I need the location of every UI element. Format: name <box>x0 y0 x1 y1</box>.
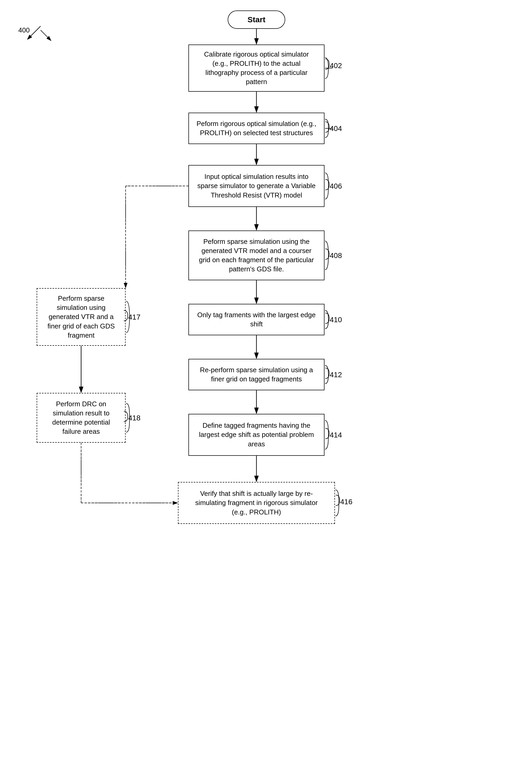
box-402: Calibrate rigorous optical simulator(e.g… <box>188 44 324 92</box>
start-box: Start <box>228 10 285 29</box>
box-412: Re-perform sparse simulation using afine… <box>188 359 324 390</box>
svg-line-17 <box>27 26 41 39</box>
box-404: Peform rigorous optical simulation (e.g.… <box>188 113 324 144</box>
box-417: Perform sparsesimulation usinggenerated … <box>37 288 126 346</box>
box-414-text: Define tagged fragments having thelarges… <box>199 421 314 448</box>
box-408-text: Peform sparse simulation using thegenera… <box>199 237 314 274</box>
start-label: Start <box>248 14 265 25</box>
box-412-text: Re-perform sparse simulation using afine… <box>200 365 313 384</box>
figure-arrow <box>17 22 48 43</box>
flowchart-diagram: 400 Start Calibrate rigorous optical sim… <box>0 0 532 768</box>
box-410: Only tag framents with the largest edges… <box>188 304 324 335</box>
box-408: Peform sparse simulation using thegenera… <box>188 231 324 280</box>
box-410-text: Only tag framents with the largest edges… <box>197 310 316 329</box>
box-416: Verify that shift is actually large by r… <box>178 482 335 524</box>
box-406: Input optical simulation results intospa… <box>188 165 324 207</box>
box-418: Perform DRC onsimulation result todeterm… <box>37 393 126 443</box>
box-402-text: Calibrate rigorous optical simulator(e.g… <box>204 50 309 86</box>
box-418-text: Perform DRC onsimulation result todeterm… <box>52 399 110 436</box>
box-406-text: Input optical simulation results intospa… <box>197 172 316 200</box>
box-414: Define tagged fragments having thelarges… <box>188 414 324 456</box>
box-416-text: Verify that shift is actually large by r… <box>195 489 318 516</box>
box-404-text: Peform rigorous optical simulation (e.g.… <box>197 119 316 137</box>
box-417-text: Perform sparsesimulation usinggenerated … <box>47 294 115 340</box>
